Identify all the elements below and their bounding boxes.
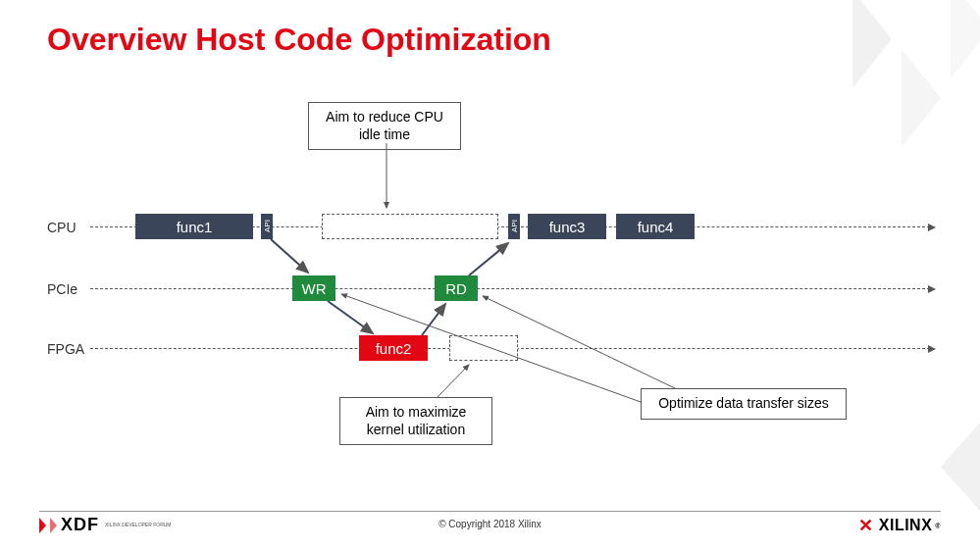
slide-title: Overview Host Code Optimization <box>47 22 551 58</box>
xilinx-text: XILINX <box>879 517 933 534</box>
block-fpga-idle <box>449 335 518 361</box>
svg-line-3 <box>422 304 445 335</box>
xilinx-icon: ✕ <box>858 515 874 536</box>
footer: © Copyright 2018 Xilinx XDF XILINX DEVEL… <box>0 511 980 540</box>
row-label-cpu: CPU <box>47 220 77 235</box>
row-label-fpga: FPGA <box>47 341 84 357</box>
decorative-chevron-bl <box>941 423 980 511</box>
block-func2: func2 <box>359 335 428 361</box>
callout-maximize-kernel: Aim to maximize kernel utilization <box>339 397 492 445</box>
svg-line-2 <box>328 301 373 333</box>
block-func3: func3 <box>528 214 606 239</box>
block-cpu-idle <box>322 214 498 239</box>
block-rd: RD <box>435 275 478 301</box>
svg-line-1 <box>271 239 308 273</box>
block-func4: func4 <box>616 214 695 239</box>
svg-line-5 <box>438 365 469 397</box>
callout-optimize-transfer: Optimize data transfer sizes <box>641 388 847 420</box>
xdf-text: XDF <box>61 515 99 535</box>
block-wr: WR <box>292 275 335 301</box>
svg-line-4 <box>469 243 508 275</box>
block-api2: API <box>508 214 520 239</box>
chevron-icon <box>50 518 57 533</box>
xilinx-logo: ✕ XILINX ® <box>858 515 941 536</box>
block-api1: API <box>261 214 273 239</box>
diagram: CPU PCIe FPGA func1 API API func3 func4 … <box>47 98 930 480</box>
timeline-pcie <box>90 288 930 289</box>
footer-rule <box>39 511 941 512</box>
xdf-logo: XDF XILINX DEVELOPER FORUM <box>39 515 172 535</box>
xdf-sub: XILINX DEVELOPER FORUM <box>105 523 172 527</box>
chevron-icon <box>39 518 46 533</box>
block-func1: func1 <box>135 214 253 239</box>
slide: Overview Host Code Optimization CPU PCIe… <box>0 0 980 550</box>
callout-reduce-idle: Aim to reduce CPU idle time <box>308 102 461 150</box>
row-label-pcie: PCIe <box>47 281 77 297</box>
